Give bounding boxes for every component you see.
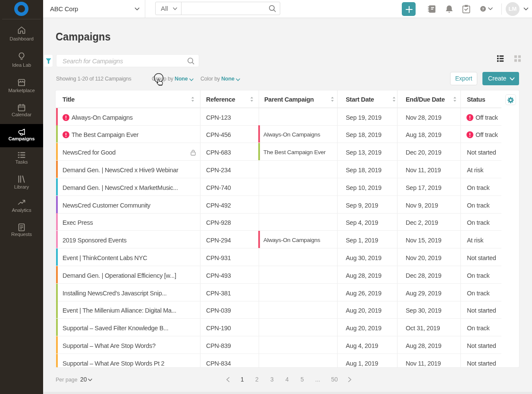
svg-text:?: ?	[482, 6, 485, 11]
